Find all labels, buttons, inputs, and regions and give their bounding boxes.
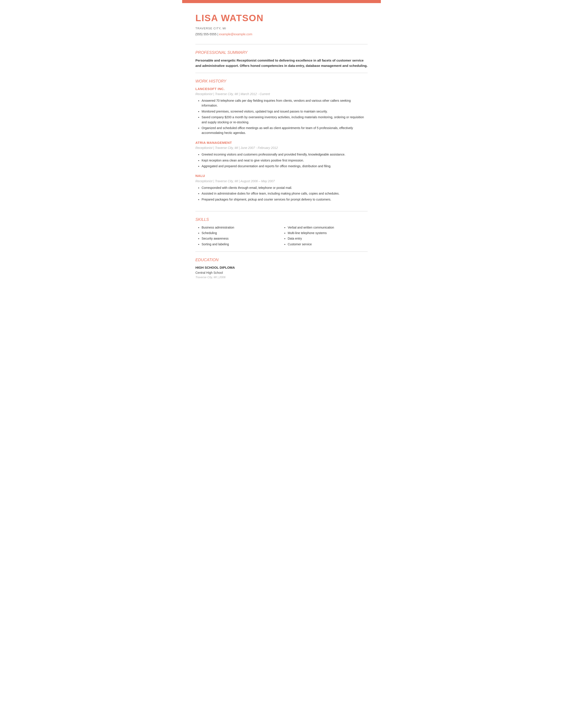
work-history-title: WORK HISTORY — [195, 78, 368, 84]
work-history-divider — [195, 211, 368, 211]
list-item: Multi-line telephone systems — [288, 230, 368, 236]
list-item: Security awareness — [201, 236, 282, 241]
phone-number: (555) 555-5555 — [195, 32, 216, 36]
list-item: Assisted in administrative duties for of… — [201, 191, 368, 196]
company-name-atria: ATRIA MANAGEMENT — [195, 140, 368, 145]
contact-info: (555) 555-5555 | example@example.com — [195, 32, 368, 37]
summary-divider — [195, 73, 368, 73]
skills-divider — [195, 251, 368, 252]
list-item: Answered 70 telephone calls per day fiel… — [201, 98, 368, 108]
list-item: Prepared packages for shipment, pickup a… — [201, 197, 368, 202]
edu-degree: HIGH SCHOOL DIPLOMA — [195, 265, 368, 270]
candidate-location: TRAVERSE CITY, MI — [195, 26, 368, 31]
contact-separator: | — [217, 32, 218, 36]
list-item: Kept reception area clean and neat to gi… — [201, 158, 368, 163]
edu-school: Central High School — [195, 270, 368, 275]
job-subtitle-nalu: Receptionist | Traverse City, MI | Augus… — [195, 179, 368, 184]
list-item: Monitored premises, screened visitors, u… — [201, 109, 368, 114]
list-item: Customer service — [288, 242, 368, 247]
skills-section: SKILLS Business administration Schedulin… — [182, 214, 381, 248]
education-section: EDUCATION HIGH SCHOOL DIPLOMA Central Hi… — [182, 255, 381, 283]
header-divider — [195, 44, 368, 44]
job-subtitle-atria: Receptionist | Traverse City, MI | June … — [195, 146, 368, 150]
list-item: Aggregated and prepared documentation an… — [201, 164, 368, 169]
job-bullets-nalu: Corresponded with clients through email,… — [195, 185, 368, 202]
professional-summary-title: PROFESSIONAL SUMMARY — [195, 50, 368, 56]
list-item: Corresponded with clients through email,… — [201, 185, 368, 190]
summary-text: Personable and energetic Receptionist co… — [195, 58, 368, 68]
resume-page: LISA WATSON TRAVERSE CITY, MI (555) 555-… — [182, 0, 381, 296]
job-subtitle-lancesoft: Receptionist | Traverse City, MI | March… — [195, 92, 368, 96]
top-accent-bar — [182, 0, 381, 3]
skills-col-left: Business administration Scheduling Secur… — [195, 225, 282, 247]
list-item: Sorting and labeling — [201, 242, 282, 247]
list-item: Business administration — [201, 225, 282, 230]
list-item: Organized and scheduled office meetings … — [201, 126, 368, 135]
work-history-section: WORK HISTORY LANCESOFT INC. Receptionist… — [182, 76, 381, 208]
list-item: Data entry — [288, 236, 368, 241]
skills-col-right: Verbal and written communication Multi-l… — [282, 225, 368, 247]
job-entry-atria: ATRIA MANAGEMENT Receptionist | Traverse… — [195, 140, 368, 169]
education-title: EDUCATION — [195, 257, 368, 263]
job-entry-nalu: NALU Receptionist | Traverse City, MI | … — [195, 173, 368, 202]
company-name-lancesoft: LANCESOFT INC. — [195, 86, 368, 92]
education-entry: HIGH SCHOOL DIPLOMA Central High School … — [195, 265, 368, 280]
job-entry-lancesoft: LANCESOFT INC. Receptionist | Traverse C… — [195, 86, 368, 135]
list-item: Greeted incoming visitors and customers … — [201, 152, 368, 157]
list-item: Verbal and written communication — [288, 225, 368, 230]
company-name-nalu: NALU — [195, 173, 368, 178]
list-item: Saved company $200 a month by overseeing… — [201, 115, 368, 125]
email-link[interactable]: example@example.com — [219, 32, 252, 36]
skills-title: SKILLS — [195, 217, 368, 223]
list-item: Scheduling — [201, 230, 282, 236]
header-section: LISA WATSON TRAVERSE CITY, MI (555) 555-… — [182, 11, 381, 41]
job-bullets-atria: Greeted incoming visitors and customers … — [195, 152, 368, 169]
edu-location: Traverse City, MI | 2006 — [195, 275, 368, 280]
professional-summary-section: PROFESSIONAL SUMMARY Personable and ener… — [182, 47, 381, 70]
candidate-name: LISA WATSON — [195, 11, 368, 25]
job-bullets-lancesoft: Answered 70 telephone calls per day fiel… — [195, 98, 368, 135]
skills-grid: Business administration Scheduling Secur… — [195, 225, 368, 247]
